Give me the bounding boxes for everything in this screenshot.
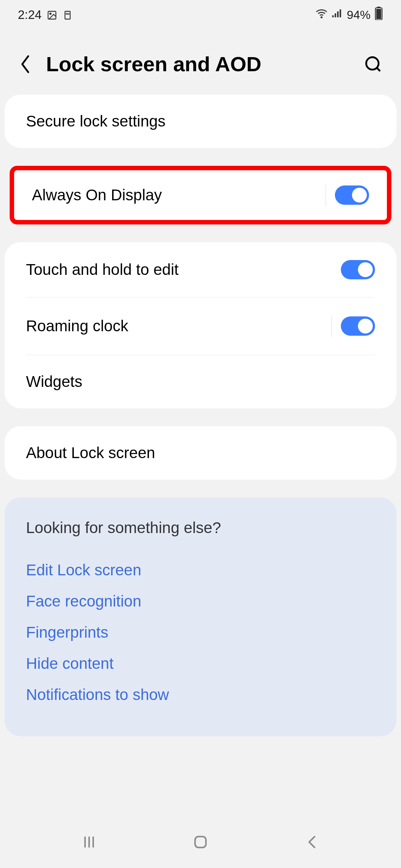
signal-icon [331,7,343,22]
aod-card: Always On Display [10,166,391,224]
suggestion-notifications[interactable]: Notifications to show [26,679,375,710]
page-title: Lock screen and AOD [46,52,350,76]
options-card: Touch and hold to edit Roaming clock Wid… [4,242,397,408]
suggestion-edit-lock[interactable]: Edit Lock screen [26,555,375,586]
suggestion-fingerprints[interactable]: Fingerprints [26,617,375,648]
aod-toggle-group [326,184,369,206]
status-bar: 2:24 94% [0,0,401,30]
widgets-row[interactable]: Widgets [4,355,397,408]
svg-line-15 [377,68,380,71]
about-label: About Lock screen [26,444,155,462]
suggestion-face-recognition[interactable]: Face recognition [26,586,375,617]
svg-rect-2 [65,11,70,19]
svg-point-1 [50,13,51,14]
touch-edit-row[interactable]: Touch and hold to edit [4,242,397,297]
touch-edit-label: Touch and hold to edit [26,261,179,279]
sim-icon [62,10,73,20]
status-left: 2:24 [18,8,73,22]
back-button[interactable] [18,57,33,72]
suggestions-title: Looking for something else? [26,519,375,537]
aod-row[interactable]: Always On Display [14,170,387,220]
separator [332,315,332,337]
home-button[interactable] [189,831,212,853]
secure-lock-card: Secure lock settings [4,95,397,148]
status-right: 94% [316,7,383,23]
about-card: About Lock screen [4,426,397,480]
svg-rect-9 [337,11,339,17]
back-nav-button[interactable] [301,831,323,853]
aod-label: Always On Display [32,186,162,204]
roaming-clock-label: Roaming clock [26,317,128,335]
suggestion-hide-content[interactable]: Hide content [26,648,375,679]
svg-point-14 [366,57,378,69]
svg-point-6 [321,17,322,18]
widgets-label: Widgets [26,373,82,391]
svg-rect-7 [332,15,334,17]
battery-icon [374,7,383,23]
roaming-clock-toggle[interactable] [341,316,375,336]
battery-percent: 94% [347,8,371,22]
touch-edit-toggle[interactable] [341,260,375,279]
aod-toggle[interactable] [335,185,369,205]
roaming-clock-row[interactable]: Roaming clock [4,297,397,355]
svg-rect-19 [195,836,206,847]
toggle-knob [358,262,373,277]
toggle-knob [352,188,367,203]
image-icon [47,10,57,20]
status-time: 2:24 [18,8,42,22]
svg-rect-8 [335,13,336,17]
separator [326,184,326,206]
recent-apps-button[interactable] [78,831,100,853]
svg-rect-10 [340,9,341,17]
roaming-toggle-group [332,315,375,337]
wifi-icon [316,7,327,22]
secure-lock-label: Secure lock settings [26,112,166,130]
secure-lock-row[interactable]: Secure lock settings [4,95,397,148]
search-button[interactable] [363,54,383,74]
about-row[interactable]: About Lock screen [4,426,397,480]
toggle-knob [358,319,373,333]
svg-rect-13 [376,9,381,19]
suggestions-card: Looking for something else? Edit Lock sc… [4,497,397,736]
nav-bar [0,816,401,868]
page-header: Lock screen and AOD [0,30,401,95]
